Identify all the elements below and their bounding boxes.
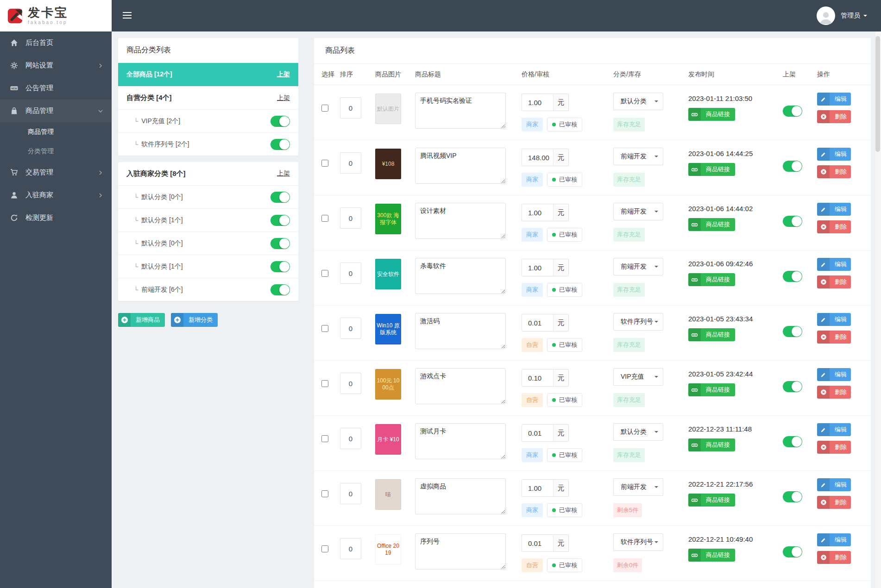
- scrollbar-thumb[interactable]: [875, 36, 880, 152]
- product-link-button[interactable]: 商品链接: [688, 549, 735, 562]
- product-title-textarea[interactable]: 激活码: [415, 313, 506, 349]
- category-item-all[interactable]: 全部商品 [12个] 上架: [118, 63, 298, 86]
- category-sub-item[interactable]: └ 默认分类 [1个]: [118, 255, 298, 278]
- category-enable-toggle[interactable]: [271, 139, 290, 150]
- onsale-toggle[interactable]: [783, 106, 802, 117]
- onsale-link[interactable]: 上架: [277, 169, 290, 178]
- sort-input[interactable]: [340, 207, 361, 229]
- category-select[interactable]: 软件序列号: [613, 533, 663, 551]
- onsale-toggle[interactable]: [783, 546, 802, 557]
- category-enable-toggle[interactable]: [271, 215, 290, 226]
- onsale-toggle[interactable]: [783, 161, 802, 172]
- delete-button[interactable]: 删除: [817, 496, 851, 509]
- edit-button[interactable]: 编辑: [817, 93, 851, 106]
- onsale-link[interactable]: 上架: [277, 70, 290, 79]
- category-sub-item[interactable]: └ 前端开发 [6个]: [118, 278, 298, 301]
- product-link-button[interactable]: 商品链接: [688, 218, 735, 231]
- row-select-checkbox[interactable]: [321, 270, 328, 277]
- sidebar-item-dashboard[interactable]: 后台首页: [0, 31, 112, 54]
- sidebar-item-merchants[interactable]: 入驻商家: [0, 184, 112, 206]
- sidebar-item-site-settings[interactable]: 网站设置: [0, 54, 112, 77]
- price-input[interactable]: [522, 425, 553, 441]
- price-input[interactable]: [522, 149, 553, 166]
- category-sub-item[interactable]: └ 软件序列号 [2个]: [118, 132, 298, 156]
- category-group-merchant[interactable]: 入驻商家分类 [8个] 上架: [118, 162, 298, 185]
- delete-button[interactable]: 删除: [817, 220, 851, 233]
- product-title-textarea[interactable]: 设计素材: [415, 203, 506, 239]
- product-title-textarea[interactable]: 虚拟商品: [415, 478, 506, 514]
- delete-button[interactable]: 删除: [817, 441, 851, 454]
- sidebar-subitem-category-management[interactable]: 分类管理: [0, 142, 112, 161]
- sidebar-item-transactions[interactable]: 交易管理: [0, 161, 112, 184]
- product-title-textarea[interactable]: 测试月卡: [415, 423, 506, 459]
- onsale-toggle[interactable]: [783, 381, 802, 392]
- edit-button[interactable]: 编辑: [817, 533, 851, 546]
- category-enable-toggle[interactable]: [271, 238, 290, 249]
- category-select[interactable]: 默认分类: [613, 93, 663, 110]
- price-input[interactable]: [522, 480, 553, 496]
- price-input[interactable]: [522, 314, 553, 331]
- sort-input[interactable]: [340, 152, 361, 174]
- category-enable-toggle[interactable]: [271, 192, 290, 203]
- delete-button[interactable]: 删除: [817, 165, 851, 178]
- product-link-button[interactable]: 商品链接: [688, 494, 735, 507]
- product-title-textarea[interactable]: 手机号码实名验证: [415, 93, 506, 129]
- edit-button[interactable]: 编辑: [817, 313, 851, 326]
- product-link-button[interactable]: 商品链接: [688, 163, 735, 176]
- product-link-button[interactable]: 商品链接: [688, 108, 735, 121]
- price-input[interactable]: [522, 535, 553, 551]
- row-select-checkbox[interactable]: [321, 325, 328, 332]
- row-select-checkbox[interactable]: [321, 545, 328, 552]
- category-select[interactable]: 前端开发: [613, 258, 663, 275]
- edit-button[interactable]: 编辑: [817, 203, 851, 216]
- sort-input[interactable]: [340, 538, 361, 559]
- edit-button[interactable]: 编辑: [817, 423, 851, 436]
- product-link-button[interactable]: 商品链接: [688, 328, 735, 341]
- user-menu[interactable]: 管理员: [817, 0, 867, 31]
- product-link-button[interactable]: 商品链接: [688, 438, 735, 451]
- edit-button[interactable]: 编辑: [817, 478, 851, 491]
- edit-button[interactable]: 编辑: [817, 258, 851, 271]
- sort-input[interactable]: [340, 97, 361, 119]
- product-title-textarea[interactable]: 序列号: [415, 533, 506, 569]
- category-group-self[interactable]: 自营分类 [4个] 上架: [118, 86, 298, 109]
- delete-button[interactable]: 删除: [817, 331, 851, 344]
- category-select[interactable]: 前端开发: [613, 478, 663, 496]
- product-title-textarea[interactable]: 游戏点卡: [415, 368, 506, 404]
- category-select[interactable]: 前端开发: [613, 203, 663, 220]
- category-sub-item[interactable]: └ 默认分类 [1个]: [118, 208, 298, 231]
- category-enable-toggle[interactable]: [271, 261, 290, 272]
- category-select[interactable]: 默认分类: [613, 423, 663, 441]
- add-category-button[interactable]: 新增分类: [171, 313, 218, 327]
- onsale-toggle[interactable]: [783, 491, 802, 502]
- onsale-toggle[interactable]: [783, 216, 802, 227]
- category-select[interactable]: 软件序列号: [613, 313, 663, 331]
- category-sub-item[interactable]: └ VIP充值 [2个]: [118, 109, 298, 132]
- row-select-checkbox[interactable]: [321, 380, 328, 387]
- row-select-checkbox[interactable]: [321, 215, 328, 222]
- delete-button[interactable]: 删除: [817, 110, 851, 123]
- page-scrollbar[interactable]: [875, 31, 881, 588]
- sidebar-item-announcements[interactable]: NEW 公告管理: [0, 77, 112, 100]
- category-sub-item[interactable]: └ 默认分类 [0个]: [118, 231, 298, 255]
- sidebar-collapse-button[interactable]: [123, 10, 133, 20]
- price-input[interactable]: [522, 259, 553, 276]
- onsale-link[interactable]: 上架: [277, 94, 290, 102]
- sidebar-item-products[interactable]: 商品管理: [0, 100, 112, 122]
- sort-input[interactable]: [340, 373, 361, 394]
- price-input[interactable]: [522, 204, 553, 221]
- onsale-toggle[interactable]: [783, 326, 802, 337]
- delete-button[interactable]: 删除: [817, 551, 851, 564]
- price-input[interactable]: [522, 369, 553, 386]
- sort-input[interactable]: [340, 263, 361, 284]
- delete-button[interactable]: 删除: [817, 275, 851, 288]
- category-enable-toggle[interactable]: [271, 116, 290, 127]
- sort-input[interactable]: [340, 318, 361, 339]
- category-select[interactable]: VIP充值: [613, 368, 663, 386]
- sort-input[interactable]: [340, 428, 361, 449]
- category-select[interactable]: 前端开发: [613, 148, 663, 165]
- sidebar-item-check-update[interactable]: 检测更新: [0, 206, 112, 229]
- price-input[interactable]: [522, 94, 553, 111]
- sidebar-subitem-product-management[interactable]: 商品管理: [0, 122, 112, 142]
- row-select-checkbox[interactable]: [321, 435, 328, 442]
